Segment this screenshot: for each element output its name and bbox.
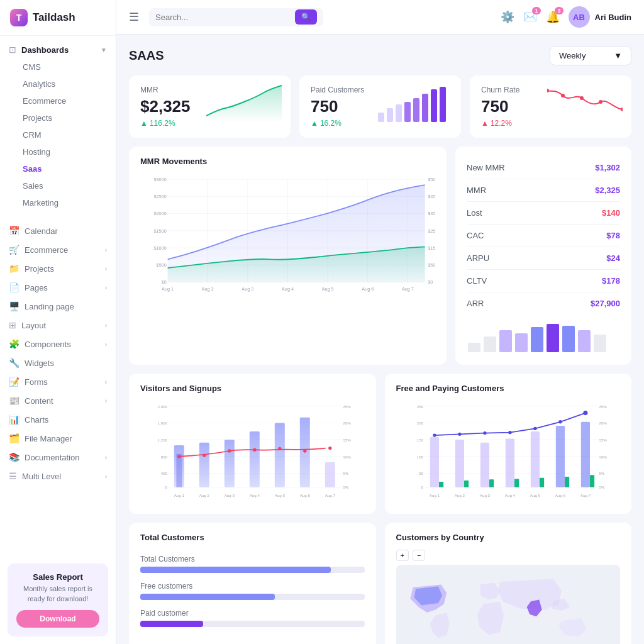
svg-text:25%: 25% (343, 404, 351, 409)
sidebar-item-sales[interactable]: Sales (0, 177, 116, 194)
sidebar-item-hosting[interactable]: Hosting (0, 143, 116, 160)
sidebar-item-content[interactable]: 📰 Content › (0, 391, 116, 410)
progress-section: Total Customers Free customers Paid cust… (140, 550, 365, 641)
sidebar-item-charts[interactable]: 📊 Charts (0, 410, 116, 429)
settings-icon: ⚙️ (501, 11, 514, 23)
svg-text:15%: 15% (599, 438, 607, 442)
user-avatar-wrap[interactable]: AB Ari Budin (569, 6, 632, 28)
content-chevron: › (105, 397, 107, 404)
svg-point-75 (303, 449, 306, 452)
period-chevron: ▼ (614, 51, 622, 60)
download-button[interactable]: Download (16, 610, 99, 628)
svg-rect-114 (565, 477, 569, 487)
sidebar-item-documentation[interactable]: 📚 Documentation › (0, 448, 116, 467)
sidebar-item-projects[interactable]: Projects (0, 109, 116, 126)
churn-rate-change-value: 12.2% (491, 119, 512, 128)
svg-text:Aug 1: Aug 1 (162, 286, 174, 292)
free-paying-chart: 250 200 150 100 50 0 25% 20% 15% 10% 5% … (396, 401, 621, 501)
svg-text:Aug 6: Aug 6 (300, 493, 311, 497)
svg-rect-1 (387, 108, 393, 122)
free-customers-bar-bg (140, 594, 365, 600)
sidebar-item-crm[interactable]: CRM (0, 126, 116, 143)
customers-by-country-card: Customers by Country + − (385, 523, 632, 644)
svg-text:150: 150 (416, 438, 423, 442)
sidebar-item-widgets[interactable]: 🔧 Widgets (0, 353, 116, 372)
logo-text: Taildash (33, 11, 75, 24)
lost-value: $140 (602, 208, 620, 218)
visitors-title: Visitors and Signups (140, 384, 365, 393)
search-input[interactable] (155, 8, 291, 26)
svg-rect-6 (431, 89, 437, 122)
page-title: SAAS (129, 48, 164, 63)
sidebar-item-components[interactable]: 🧩 Components › (0, 335, 116, 353)
content-icon: 📰 (9, 396, 19, 406)
sidebar-item-ecommerce[interactable]: Ecommerce (0, 92, 116, 109)
stat-cards: MMR $2,325 ▲ 116.2% (129, 75, 631, 138)
sidebar-item-multi-level[interactable]: ☰ Multi Level › (0, 467, 116, 486)
map-zoom-out[interactable]: − (413, 550, 425, 561)
sidebar-item-forms[interactable]: 📝 Forms › (0, 372, 116, 391)
svg-text:25%: 25% (599, 404, 607, 409)
svg-text:250: 250 (416, 404, 423, 409)
components-icon: 🧩 (9, 339, 19, 349)
dashboards-header[interactable]: ⊡ Dashboards ▼ (0, 41, 116, 58)
sidebar-item-saas[interactable]: Saas (0, 160, 116, 177)
sidebar-item-ecommerce-nav[interactable]: 🛒 Ecommerce › (0, 240, 116, 259)
customers-by-country-title: Customers by Country (396, 533, 621, 542)
settings-icon-wrap[interactable]: ⚙️ (501, 10, 514, 24)
sidebar-item-layout[interactable]: ⊞ Layout › (0, 316, 116, 335)
svg-rect-54 (578, 330, 591, 352)
svg-point-12 (621, 108, 623, 111)
sidebar-item-cms[interactable]: CMS (0, 58, 116, 75)
total-customers-title: Total Customers (140, 533, 365, 542)
svg-rect-111 (489, 479, 494, 487)
pages-chevron: › (105, 284, 107, 291)
dashboard-icon: ⊡ (9, 45, 16, 55)
arpu-value: $24 (606, 253, 620, 263)
metric-row-new-mmr: New MMR $1,302 (467, 157, 620, 179)
period-select[interactable]: Weekly ▼ (550, 46, 631, 65)
svg-rect-113 (540, 478, 544, 487)
documentation-chevron: › (105, 454, 107, 461)
sidebar-item-landing[interactable]: 🖥️ Landing page (0, 297, 116, 316)
sidebar-item-analytics[interactable]: Analytics (0, 75, 116, 92)
sidebar-item-marketing[interactable]: Marketing (0, 194, 116, 211)
metric-row-cac: CAC $78 (467, 225, 620, 247)
total-customers-bar-fill (140, 567, 331, 573)
svg-text:Aug 3: Aug 3 (225, 493, 235, 497)
mmr-metric-value: $2,325 (595, 186, 620, 195)
sidebar-item-pages[interactable]: 📄 Pages › (0, 278, 116, 297)
svg-text:Aug 4: Aug 4 (504, 493, 515, 497)
sidebar-item-calendar[interactable]: 📅 Calendar (0, 221, 116, 240)
total-customers-bar-bg (140, 567, 365, 573)
metric-row-mmr: MMR $2,325 (467, 179, 620, 202)
hamburger-icon[interactable]: ☰ (129, 10, 139, 24)
mmr-change-value: 116.2% (150, 119, 175, 128)
svg-point-121 (558, 420, 562, 423)
metric-row-cltv: CLTV $178 (467, 270, 620, 292)
svg-rect-3 (404, 102, 411, 122)
svg-text:Aug 3: Aug 3 (479, 493, 490, 497)
page-header: SAAS Weekly ▼ (129, 46, 631, 65)
logo[interactable]: T Taildash (0, 0, 116, 36)
svg-text:20%: 20% (599, 421, 607, 425)
projects-icon: 📁 (9, 264, 19, 274)
map-zoom-in[interactable]: + (396, 550, 409, 561)
svg-rect-108 (580, 422, 589, 487)
mmr-row: MMR Movements (129, 147, 631, 365)
avatar: AB (569, 6, 590, 28)
sidebar-item-file-manager[interactable]: 🗂️ File Manager (0, 429, 116, 448)
svg-text:Aug 5: Aug 5 (530, 493, 540, 497)
visitors-row: Visitors and Signups (129, 374, 631, 514)
svg-point-8 (547, 89, 549, 92)
svg-rect-52 (547, 324, 559, 352)
svg-text:$250: $250 (428, 228, 435, 234)
notification-icon-wrap[interactable]: 🔔 3 (546, 10, 560, 24)
bottom-row: Total Customers Total Customers Free cus… (129, 523, 631, 644)
email-icon-wrap[interactable]: ✉️ 1 (523, 10, 537, 24)
svg-rect-69 (325, 462, 335, 487)
svg-rect-63 (176, 453, 182, 487)
sidebar-item-projects-nav[interactable]: 📁 Projects › (0, 259, 116, 278)
search-button[interactable]: 🔍 (295, 9, 317, 25)
svg-rect-110 (464, 480, 469, 487)
